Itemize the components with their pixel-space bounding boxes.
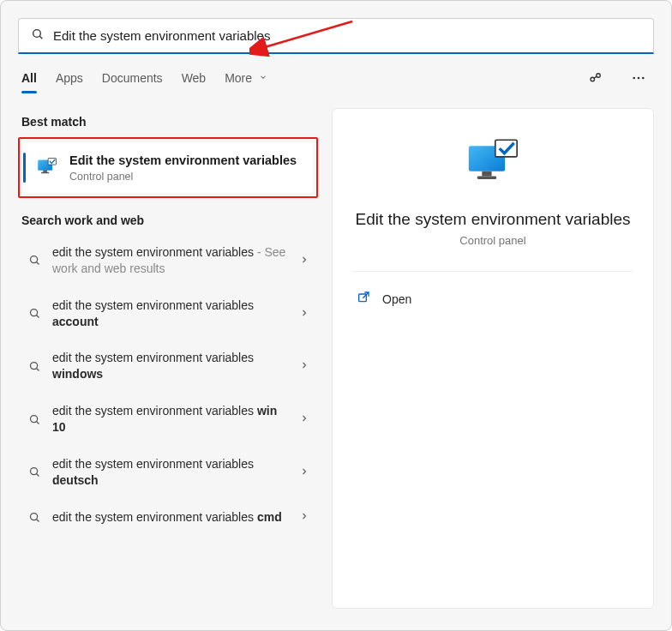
svg-point-19 xyxy=(30,362,37,369)
best-match-title: Edit the system environment variables xyxy=(69,153,297,169)
svg-line-24 xyxy=(36,474,39,477)
annotation-highlight: Edit the system environment variables Co… xyxy=(18,137,318,198)
suggestion-item[interactable]: edit the system environment variables ac… xyxy=(18,287,318,340)
svg-point-17 xyxy=(30,309,37,316)
svg-point-21 xyxy=(30,415,37,422)
divider xyxy=(353,271,633,272)
chevron-right-icon xyxy=(299,358,309,374)
svg-rect-14 xyxy=(48,159,56,165)
tab-all[interactable]: All xyxy=(21,68,37,88)
chevron-right-icon xyxy=(299,465,309,480)
svg-line-6 xyxy=(594,76,597,78)
detail-panel: Edit the system environment variables Co… xyxy=(332,108,654,609)
chevron-down-icon xyxy=(259,73,267,83)
detail-title: Edit the system environment variables xyxy=(355,210,630,229)
search-icon xyxy=(27,360,42,373)
search-web-header: Search work and web xyxy=(18,207,318,234)
svg-point-25 xyxy=(30,513,37,520)
suggestion-item[interactable]: edit the system environment variables wi… xyxy=(18,393,318,446)
suggestion-item[interactable]: edit the system environment variables wi… xyxy=(18,340,318,393)
suggestion-item[interactable]: edit the system environment variables de… xyxy=(18,446,318,499)
search-window: All Apps Documents Web More Best match xyxy=(0,0,672,631)
svg-line-3 xyxy=(39,36,42,39)
suggestion-text: edit the system environment variables wi… xyxy=(52,350,289,382)
tab-more-label: More xyxy=(225,71,252,85)
more-options-icon[interactable] xyxy=(627,66,651,90)
detail-subtitle: Control panel xyxy=(459,234,525,247)
search-icon xyxy=(27,254,42,267)
svg-point-8 xyxy=(638,77,640,80)
best-match-subtitle: Control panel xyxy=(69,171,297,183)
svg-rect-30 xyxy=(495,140,517,157)
open-action[interactable]: Open xyxy=(353,284,633,314)
share-icon[interactable] xyxy=(584,66,608,90)
suggestion-text: edit the system environment variables ac… xyxy=(52,297,289,330)
suggestion-text: edit the system environment variables wi… xyxy=(52,403,289,436)
best-match-result[interactable]: Edit the system environment variables Co… xyxy=(23,142,313,193)
svg-point-7 xyxy=(633,77,635,80)
results-column: Best match xyxy=(18,108,318,609)
svg-point-23 xyxy=(30,468,37,475)
svg-rect-28 xyxy=(482,171,491,177)
svg-line-16 xyxy=(36,262,39,265)
suggestion-list: edit the system environment variables - … xyxy=(18,234,318,536)
tab-apps[interactable]: Apps xyxy=(56,68,83,88)
svg-line-22 xyxy=(36,421,39,424)
open-label: Open xyxy=(382,292,411,306)
search-icon xyxy=(27,511,42,524)
tab-documents[interactable]: Documents xyxy=(102,68,163,88)
filter-tabs: All Apps Documents Web More xyxy=(18,54,654,98)
monitor-check-icon xyxy=(35,155,59,179)
best-match-header: Best match xyxy=(18,108,318,135)
svg-point-15 xyxy=(30,256,37,263)
search-icon xyxy=(27,413,42,426)
chevron-right-icon xyxy=(299,306,309,322)
svg-point-9 xyxy=(642,77,645,80)
content-area: Best match xyxy=(18,108,654,609)
search-bar[interactable] xyxy=(18,18,654,54)
svg-point-2 xyxy=(33,29,41,37)
suggestion-text: edit the system environment variables - … xyxy=(52,244,289,277)
best-match-text: Edit the system environment variables Co… xyxy=(69,153,297,183)
tab-more[interactable]: More xyxy=(225,68,252,88)
suggestion-text: edit the system environment variables cm… xyxy=(52,509,289,526)
chevron-right-icon xyxy=(299,412,309,427)
suggestion-item[interactable]: edit the system environment variables cm… xyxy=(18,499,318,536)
suggestion-text: edit the system environment variables de… xyxy=(52,456,289,489)
chevron-right-icon xyxy=(299,253,309,268)
svg-rect-29 xyxy=(477,177,497,180)
svg-line-20 xyxy=(36,368,39,370)
search-icon xyxy=(31,27,45,45)
svg-line-18 xyxy=(36,316,39,318)
open-icon xyxy=(357,291,370,307)
chevron-right-icon xyxy=(299,509,309,525)
search-icon xyxy=(27,466,42,478)
search-input[interactable] xyxy=(53,28,641,43)
tab-web[interactable]: Web xyxy=(182,68,207,88)
svg-rect-13 xyxy=(41,172,49,173)
suggestion-item[interactable]: edit the system environment variables - … xyxy=(18,234,318,287)
svg-rect-12 xyxy=(43,171,47,172)
search-icon xyxy=(27,307,42,320)
monitor-check-icon xyxy=(463,136,523,193)
svg-line-26 xyxy=(36,519,39,521)
